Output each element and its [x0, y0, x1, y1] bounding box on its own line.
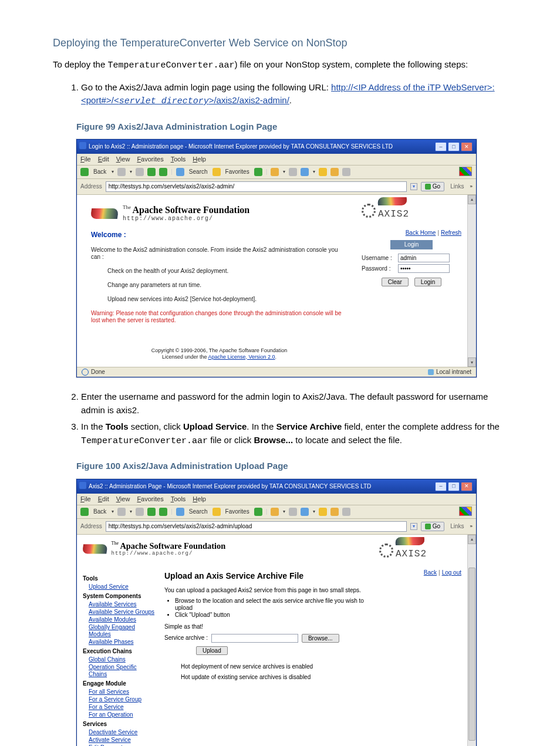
nav-avail-services[interactable]: Available Services [89, 601, 156, 608]
research-icon[interactable] [342, 168, 350, 176]
search-icon[interactable] [176, 168, 184, 176]
nav-deactivate[interactable]: Deactivate Service [89, 729, 156, 736]
stop-icon-2[interactable] [136, 508, 144, 516]
link-back-home[interactable]: Back Home [406, 229, 436, 236]
menu-favorites-2[interactable]: Favorites [137, 495, 163, 503]
favorites-icon-2[interactable] [212, 508, 221, 516]
menu-help-2[interactable]: Help [193, 495, 206, 503]
minimize-button[interactable]: – [435, 142, 447, 151]
links-label[interactable]: Links [448, 183, 466, 190]
nav-eng-service[interactable]: For a Service [89, 704, 156, 711]
service-archive-input[interactable] [211, 634, 298, 643]
ie-titlebar-2[interactable]: Axis2 :: Administration Page - Microsoft… [77, 480, 476, 494]
maximize-button[interactable]: □ [448, 142, 460, 151]
home-icon-2[interactable] [159, 508, 167, 516]
refresh-icon[interactable] [147, 168, 156, 176]
favorites-label[interactable]: Favorites [224, 168, 251, 175]
nav-activate[interactable]: Activate Service [89, 737, 156, 744]
nav-avail-service-groups[interactable]: Available Service Groups [89, 609, 156, 616]
vertical-scrollbar-2[interactable]: ▴ ▾ [467, 535, 476, 746]
vertical-scrollbar[interactable]: ▴ ▾ [467, 195, 476, 367]
go-button-2[interactable]: Go [421, 522, 444, 531]
forward-icon-2[interactable] [117, 508, 126, 516]
print-icon[interactable] [289, 168, 297, 176]
mail-icon[interactable] [271, 168, 279, 176]
scroll-down-icon[interactable]: ▾ [468, 357, 476, 367]
copyright-link[interactable]: Apache License, Version 2.0 [208, 354, 275, 360]
nav-avail-phases[interactable]: Available Phases [89, 639, 156, 646]
nav-avail-modules[interactable]: Available Modules [89, 616, 156, 623]
history-icon-2[interactable] [254, 508, 262, 516]
clear-button[interactable]: Clear [382, 278, 409, 286]
discuss-icon[interactable] [319, 168, 327, 176]
edit-caret-icon-2[interactable]: ▾ [312, 509, 315, 515]
menu-file-2[interactable]: File [80, 495, 91, 503]
research-icon-2[interactable] [342, 508, 350, 516]
ie-titlebar[interactable]: Login to Axis2 :: Administration page - … [77, 140, 476, 154]
back-caret-icon-2[interactable]: ▾ [111, 509, 114, 515]
mail-icon-2[interactable] [271, 508, 279, 516]
refresh-icon-2[interactable] [147, 508, 156, 516]
links-label-2[interactable]: Links [448, 523, 466, 530]
go-button[interactable]: Go [421, 182, 444, 191]
mail-caret-icon-2[interactable]: ▾ [282, 509, 285, 515]
messenger-icon[interactable] [330, 168, 339, 176]
back-icon[interactable] [80, 168, 89, 176]
stop-icon[interactable] [136, 168, 144, 176]
nav-op-chains[interactable]: Operation Specific Chains [89, 664, 156, 678]
menu-tools[interactable]: Tools [171, 156, 186, 163]
nav-global-engaged[interactable]: Globally Engaged Modules [89, 624, 156, 638]
link-refresh[interactable]: Refresh [441, 229, 461, 236]
menu-view[interactable]: View [116, 156, 130, 163]
nav-eng-op[interactable]: For an Operation [89, 711, 156, 718]
login-button[interactable]: Login [414, 278, 441, 286]
forward-caret-icon[interactable]: ▾ [129, 169, 132, 175]
search-label[interactable]: Search [188, 168, 209, 175]
address-caret-icon-2[interactable]: ▾ [410, 523, 417, 530]
home-icon[interactable] [159, 168, 167, 176]
menu-tools-2[interactable]: Tools [171, 495, 186, 503]
close-button[interactable]: ✕ [461, 142, 473, 151]
nav-eng-group[interactable]: For a Service Group [89, 696, 156, 703]
address-caret-icon[interactable]: ▾ [410, 183, 417, 190]
favorites-label-2[interactable]: Favorites [224, 508, 251, 515]
mail-caret-icon[interactable]: ▾ [282, 169, 285, 175]
edit-icon[interactable] [301, 168, 309, 176]
address-field[interactable]: http://testsys.hp.com/servlets/axis2/axi… [106, 181, 407, 192]
link-logout[interactable]: Log out [442, 569, 461, 576]
username-input[interactable] [398, 254, 450, 262]
maximize-button-2[interactable]: □ [448, 482, 460, 491]
nav-upload-service[interactable]: Upload Service [89, 583, 156, 590]
favorites-icon[interactable] [212, 168, 221, 176]
menu-view-2[interactable]: View [116, 495, 130, 503]
discuss-icon-2[interactable] [319, 508, 327, 516]
browse-button[interactable]: Browse... [302, 634, 339, 643]
links-caret-icon-2[interactable]: » [470, 524, 473, 529]
print-icon-2[interactable] [289, 508, 297, 516]
scroll-up-icon-2[interactable]: ▴ [468, 535, 476, 544]
links-caret-icon[interactable]: » [470, 184, 473, 190]
forward-icon[interactable] [117, 168, 126, 176]
menu-edit-2[interactable]: Edit [98, 495, 109, 503]
search-icon-2[interactable] [176, 508, 184, 516]
menu-help[interactable]: Help [193, 156, 206, 163]
back-label[interactable]: Back [92, 168, 107, 175]
menu-favorites[interactable]: Favorites [137, 156, 163, 163]
minimize-button-2[interactable]: – [435, 482, 447, 491]
forward-caret-icon-2[interactable]: ▾ [129, 509, 132, 515]
search-label-2[interactable]: Search [188, 508, 209, 515]
address-field-2[interactable]: http://testsys.hp.com/servlets/axis2/axi… [106, 521, 407, 532]
back-caret-icon[interactable]: ▾ [111, 169, 114, 175]
scroll-thumb-2[interactable] [468, 568, 475, 741]
nav-eng-all[interactable]: For all Services [89, 688, 156, 696]
upload-button[interactable]: Upload [196, 646, 228, 655]
menu-edit[interactable]: Edit [98, 156, 109, 163]
history-icon[interactable] [254, 168, 262, 176]
close-button-2[interactable]: ✕ [461, 482, 473, 491]
password-input[interactable] [398, 264, 450, 273]
edit-caret-icon[interactable]: ▾ [312, 169, 315, 175]
edit-icon-2[interactable] [301, 508, 309, 516]
nav-global-chains[interactable]: Global Chains [89, 656, 156, 663]
link-back-2[interactable]: Back [424, 569, 437, 576]
menu-file[interactable]: File [80, 156, 91, 163]
